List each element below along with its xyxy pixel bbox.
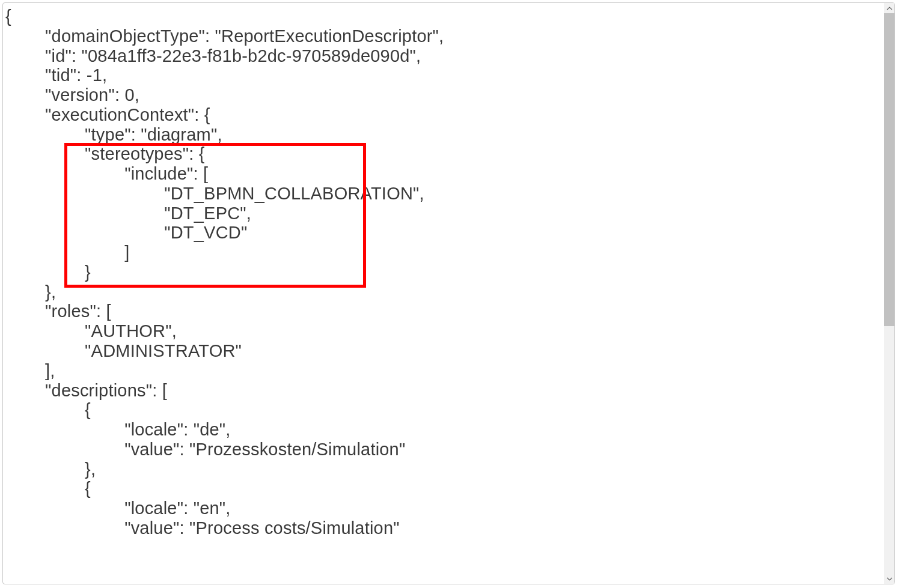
scroll-up-button[interactable] — [884, 3, 894, 13]
code-line: "locale": "de", — [5, 420, 231, 439]
code-line: }, — [5, 282, 56, 302]
code-line: "include": [ — [5, 164, 208, 183]
code-line: "DT_BPMN_COLLABORATION", — [5, 184, 424, 203]
code-line: "id": "084a1ff3-22e3-f81b-b2dc-970589de0… — [5, 46, 421, 65]
code-line: "ADMINISTRATOR" — [5, 341, 242, 360]
code-line: "type": "diagram", — [5, 125, 222, 144]
code-line: "domainObjectType": "ReportExecutionDesc… — [5, 26, 444, 46]
scrollbar-thumb[interactable] — [884, 13, 894, 326]
code-line: { — [5, 7, 11, 26]
scroll-down-button[interactable] — [884, 574, 894, 584]
code-line: "DT_EPC", — [5, 204, 251, 223]
code-line: { — [5, 400, 91, 419]
code-viewer-panel: { "domainObjectType": "ReportExecutionDe… — [2, 2, 895, 584]
code-line: } — [5, 262, 91, 282]
code-line: ], — [5, 361, 55, 380]
code-line: "tid": -1, — [5, 65, 107, 85]
code-line: }, — [5, 459, 96, 479]
code-line: { — [5, 479, 91, 498]
code-line: "descriptions": [ — [5, 381, 167, 400]
code-line: "AUTHOR", — [5, 321, 177, 341]
code-line: ] — [5, 243, 129, 262]
code-line: "value": "Prozesskosten/Simulation" — [5, 440, 405, 459]
code-line: "roles": [ — [5, 302, 111, 321]
json-code-block[interactable]: { "domainObjectType": "ReportExecutionDe… — [3, 3, 894, 542]
code-line: "locale": "en", — [5, 499, 231, 518]
code-line: "DT_VCD" — [5, 223, 247, 242]
vertical-scrollbar[interactable] — [884, 3, 894, 584]
code-line: "executionContext": { — [5, 105, 210, 124]
code-line: "version": 0, — [5, 85, 139, 105]
chevron-up-icon — [887, 5, 893, 11]
code-line: "value": "Process costs/Simulation" — [5, 518, 400, 538]
code-line: "stereotypes": { — [5, 144, 205, 163]
chevron-down-icon — [887, 576, 893, 582]
